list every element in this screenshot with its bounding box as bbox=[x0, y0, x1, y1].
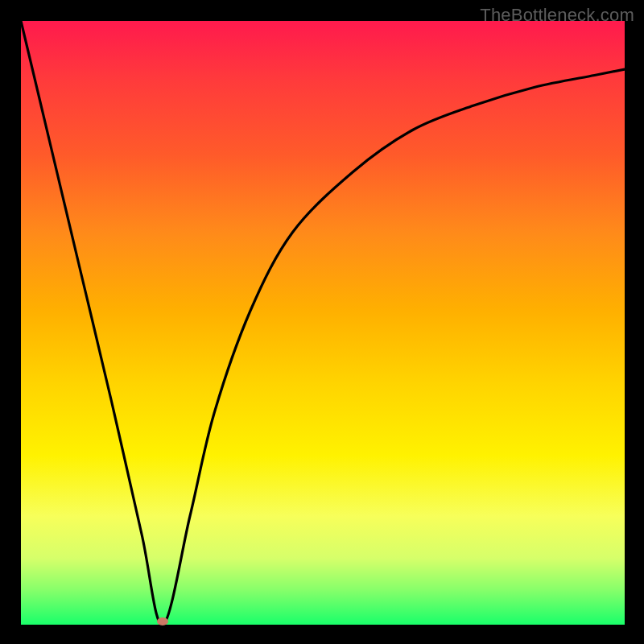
plot-area bbox=[21, 21, 625, 625]
minimum-marker bbox=[157, 617, 168, 625]
watermark-text: TheBottleneck.com bbox=[480, 5, 634, 26]
bottleneck-curve bbox=[21, 21, 625, 625]
chart-frame: TheBottleneck.com bbox=[0, 0, 644, 644]
